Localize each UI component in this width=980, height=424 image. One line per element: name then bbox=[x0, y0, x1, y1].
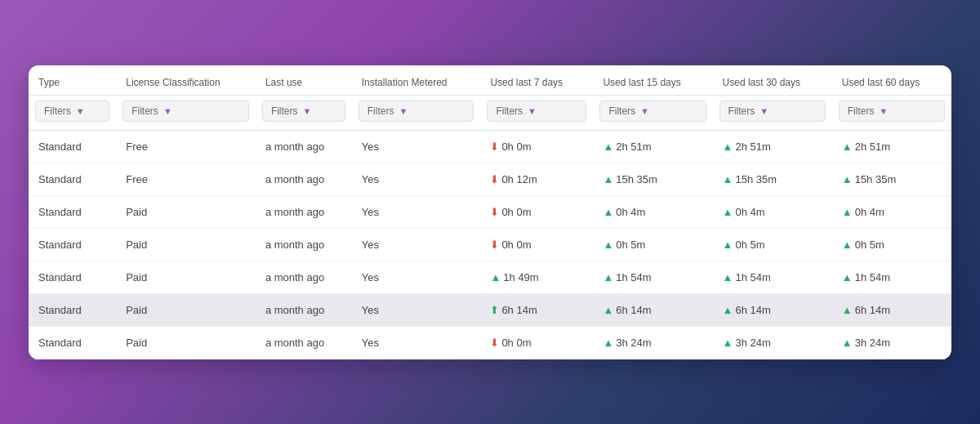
cell-d7: ⬇0h 0m bbox=[480, 228, 593, 261]
cell-metered: Yes bbox=[352, 326, 481, 359]
cell-lastuse: a month ago bbox=[256, 130, 352, 163]
cell-metered: Yes bbox=[352, 130, 481, 163]
trend-icon: ▲ bbox=[603, 173, 613, 185]
trend-icon: ⬇ bbox=[490, 141, 499, 153]
filter-lastuse-label: Filters bbox=[271, 105, 298, 117]
col-d15: Used last 15 days bbox=[593, 65, 712, 96]
cell-d30: ▲3h 24m bbox=[713, 326, 832, 359]
cell-d60: ▲0h 5m bbox=[832, 228, 951, 261]
cell-type: Standard bbox=[29, 195, 116, 228]
d7-value: 6h 14m bbox=[501, 304, 537, 316]
cell-license: Paid bbox=[116, 261, 256, 293]
d15-value: 3h 24m bbox=[616, 337, 651, 349]
cell-d60: ▲3h 24m bbox=[832, 326, 951, 359]
d30-value: 3h 24m bbox=[735, 337, 770, 349]
table-row: Standard Paid a month ago Yes ▲1h 49m ▲1… bbox=[29, 261, 951, 293]
filter-d30[interactable]: Filters▼ bbox=[719, 100, 826, 122]
cell-d60: ▲0h 4m bbox=[832, 195, 951, 228]
data-table: Type License Classification Last use Ins… bbox=[29, 65, 951, 359]
filter-d60-icon: ▼ bbox=[879, 106, 888, 116]
cell-type: Standard bbox=[29, 293, 116, 326]
filter-license[interactable]: Filters▼ bbox=[122, 100, 249, 122]
trend-icon: ▲ bbox=[603, 141, 613, 153]
cell-type: Standard bbox=[29, 163, 116, 195]
cell-d7: ▲1h 49m bbox=[480, 261, 593, 293]
cell-d60: ▲1h 54m bbox=[832, 261, 951, 293]
cell-license: Paid bbox=[116, 326, 256, 359]
filter-metered-label: Filters bbox=[368, 105, 394, 117]
d60-value: 15h 35m bbox=[855, 173, 897, 185]
cell-lastuse: a month ago bbox=[256, 293, 352, 326]
table-row: Standard Paid a month ago Yes ⬇0h 0m ▲0h… bbox=[29, 195, 951, 228]
trend-icon: ⬇ bbox=[490, 239, 499, 251]
d7-value: 0h 0m bbox=[501, 206, 531, 218]
col-type: Type bbox=[29, 65, 116, 96]
trend-icon: ▲ bbox=[842, 271, 853, 283]
d30-value: 15h 35m bbox=[735, 173, 777, 185]
filter-metered[interactable]: Filters▼ bbox=[359, 100, 474, 122]
cell-d30: ▲0h 5m bbox=[713, 228, 832, 261]
col-d30: Used last 30 days bbox=[713, 65, 832, 96]
filter-d15[interactable]: Filters▼ bbox=[599, 100, 706, 122]
trend-icon: ▲ bbox=[723, 337, 733, 349]
d7-value: 0h 12m bbox=[501, 173, 537, 185]
cell-metered: Yes bbox=[352, 293, 481, 326]
cell-d15: ▲0h 5m bbox=[593, 228, 712, 261]
d60-value: 0h 4m bbox=[855, 206, 884, 218]
trend-icon: ▲ bbox=[603, 206, 613, 218]
d7-value: 1h 49m bbox=[503, 271, 538, 283]
trend-icon: ▲ bbox=[723, 239, 733, 251]
filter-d60[interactable]: Filters▼ bbox=[839, 100, 945, 122]
trend-icon: ▲ bbox=[842, 337, 853, 349]
cell-lastuse: a month ago bbox=[256, 195, 352, 228]
filter-d60-label: Filters bbox=[848, 105, 875, 117]
cell-license: Paid bbox=[116, 228, 256, 261]
trend-icon: ⬇ bbox=[490, 206, 499, 218]
cell-lastuse: a month ago bbox=[256, 163, 352, 195]
cell-d7: ⬆6h 14m bbox=[480, 293, 593, 326]
d7-value: 0h 0m bbox=[501, 141, 531, 153]
col-d60: Used last 60 days bbox=[832, 65, 951, 96]
filter-type[interactable]: Filters▼ bbox=[35, 100, 109, 122]
cell-type: Standard bbox=[29, 326, 116, 359]
trend-icon: ▲ bbox=[603, 271, 613, 283]
filter-d30-label: Filters bbox=[728, 105, 755, 117]
header-row: Type License Classification Last use Ins… bbox=[29, 65, 951, 96]
d7-value: 0h 0m bbox=[501, 337, 531, 349]
d7-value: 0h 0m bbox=[501, 239, 531, 251]
filter-lastuse-icon: ▼ bbox=[303, 106, 312, 116]
cell-d30: ▲2h 51m bbox=[713, 130, 832, 163]
filter-license-label: Filters bbox=[131, 105, 158, 117]
filter-d7-icon: ▼ bbox=[528, 106, 537, 116]
d15-value: 0h 4m bbox=[616, 206, 645, 218]
cell-metered: Yes bbox=[352, 228, 481, 261]
d30-value: 0h 4m bbox=[735, 206, 764, 218]
cell-d15: ▲2h 51m bbox=[593, 130, 712, 163]
trend-icon: ▲ bbox=[842, 141, 853, 153]
table-body: Standard Free a month ago Yes ⬇0h 0m ▲2h… bbox=[29, 130, 951, 359]
cell-type: Standard bbox=[29, 261, 116, 293]
trend-icon: ⬆ bbox=[490, 304, 499, 316]
cell-d30: ▲15h 35m bbox=[713, 163, 832, 195]
table-row: Standard Paid a month ago Yes ⬇0h 0m ▲3h… bbox=[29, 326, 951, 359]
d60-value: 1h 54m bbox=[855, 271, 890, 283]
filter-d7[interactable]: Filters▼ bbox=[487, 100, 586, 122]
trend-icon: ▲ bbox=[842, 239, 853, 251]
cell-d15: ▲6h 14m bbox=[593, 293, 712, 326]
filter-lastuse[interactable]: Filters▼ bbox=[262, 100, 345, 122]
filter-d15-icon: ▼ bbox=[640, 106, 649, 116]
trend-icon: ▲ bbox=[723, 304, 733, 316]
cell-type: Standard bbox=[29, 130, 116, 163]
trend-icon: ▲ bbox=[842, 173, 853, 185]
trend-icon: ▲ bbox=[723, 173, 733, 185]
cell-d7: ⬇0h 0m bbox=[480, 130, 593, 163]
cell-lastuse: a month ago bbox=[256, 228, 352, 261]
d30-value: 2h 51m bbox=[735, 141, 770, 153]
d30-value: 0h 5m bbox=[735, 239, 764, 251]
cell-d7: ⬇0h 0m bbox=[480, 326, 593, 359]
trend-icon: ▲ bbox=[603, 337, 613, 349]
cell-d30: ▲6h 14m bbox=[713, 293, 832, 326]
col-d7: Used last 7 days bbox=[480, 65, 593, 96]
cell-license: Paid bbox=[116, 195, 256, 228]
cell-metered: Yes bbox=[352, 163, 481, 195]
